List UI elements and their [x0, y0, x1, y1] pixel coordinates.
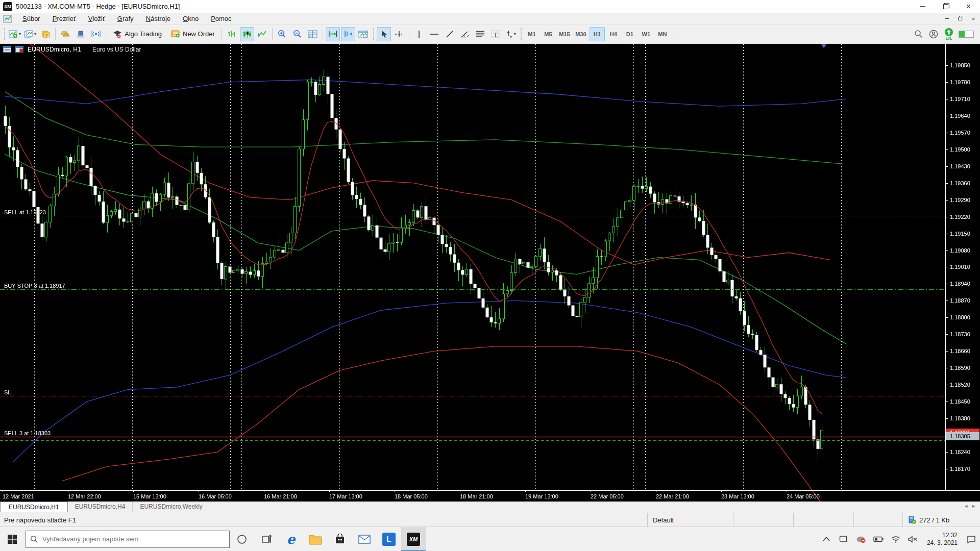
menu-grafy[interactable]: Grafy	[111, 14, 140, 23]
signals-button[interactable]	[89, 27, 103, 41]
taskbar-xm-button[interactable]: XM	[401, 527, 426, 551]
text-icon: T	[491, 30, 500, 38]
menu-vlozit[interactable]: Vložiť	[82, 14, 111, 23]
task-view-button[interactable]	[254, 527, 279, 551]
tab-eurusdmicro-h4[interactable]: EURUSDmicro,H4	[68, 502, 133, 512]
text-button[interactable]: T	[488, 27, 503, 41]
tab-eurusdmicro-h1[interactable]: EURUSDmicro,H1	[0, 502, 68, 512]
algo-trading-button[interactable]: Algo Trading	[109, 27, 166, 41]
deposit-button[interactable]: $	[38, 27, 53, 41]
toolbar-drag-handle[interactable]	[4, 28, 5, 40]
taskbar-l-app-button[interactable]: L	[377, 527, 401, 551]
chart-profiles-button[interactable]: ▾	[23, 27, 37, 41]
search-button[interactable]	[911, 27, 925, 41]
titlebar: XM 5002133 - XM.COM-MT5 - Hedge - [EURUS…	[0, 0, 980, 13]
tray-battery-button[interactable]	[870, 527, 887, 551]
taskbar-search-input[interactable]	[42, 535, 211, 543]
action-center-button[interactable]	[963, 527, 980, 551]
taskbar-search[interactable]	[26, 531, 230, 548]
minimize-button[interactable]	[911, 0, 934, 13]
minimize-icon	[920, 6, 925, 7]
new-order-button[interactable]: New Order	[167, 27, 219, 41]
toolbar-separator	[323, 28, 323, 40]
horizontal-line-button[interactable]	[427, 27, 442, 41]
timeframe-mn-button[interactable]: MN	[655, 27, 670, 41]
timeframe-m1-button[interactable]: M1	[524, 27, 540, 41]
arrows-button[interactable]: ▾	[504, 27, 518, 41]
tray-wifi-button[interactable]	[887, 527, 904, 551]
timeframe-w1-button[interactable]: W1	[639, 27, 654, 41]
toolbar: ▾ ▾ $ Algo Trading New Order	[0, 25, 980, 44]
crosshair-button[interactable]	[392, 27, 406, 41]
file-explorer-icon	[309, 534, 322, 545]
arrange-windows-button[interactable]	[306, 27, 320, 41]
loyalty-level-button[interactable]: LVL	[944, 28, 953, 40]
mt5-window: XM 5002133 - XM.COM-MT5 - Hedge - [EURUS…	[0, 0, 980, 551]
mail-icon	[358, 535, 371, 544]
cursor-button[interactable]	[377, 27, 391, 41]
account-button[interactable]	[926, 27, 941, 41]
line-chart-button[interactable]	[255, 27, 270, 41]
chart-window-button[interactable]	[356, 27, 371, 41]
trendline-angle-button[interactable]	[458, 27, 472, 41]
menu-pomoc[interactable]: Pomoc	[205, 14, 237, 23]
toolbar-separator	[55, 28, 56, 40]
trendline-button[interactable]	[443, 27, 457, 41]
toolbar-drag-handle[interactable]	[521, 28, 522, 40]
vertical-line-button[interactable]	[412, 27, 426, 41]
gold-ingot-icon	[60, 30, 70, 38]
auto-scroll-button[interactable]	[326, 27, 340, 41]
status-traffic: 272 / 1 Kb	[902, 513, 980, 527]
start-button[interactable]	[0, 527, 24, 551]
community-button[interactable]	[74, 27, 88, 41]
tab-scroll-left-icon[interactable]: ◄	[964, 504, 968, 509]
chart-area: EURUSDmicro, H1 Euro vs US Dollar	[0, 44, 980, 501]
loyalty-gold-button[interactable]	[58, 27, 72, 41]
timeframe-h1-button[interactable]: H1	[590, 27, 605, 41]
price-chart[interactable]	[0, 44, 980, 502]
status-profile[interactable]: Default	[647, 513, 733, 527]
new-chart-button[interactable]: ▾	[8, 27, 22, 41]
fibonacci-button[interactable]	[473, 27, 487, 41]
toolbar-drag-handle[interactable]	[373, 28, 374, 40]
tray-chevron-button[interactable]	[818, 527, 835, 551]
menu-okno[interactable]: Okno	[177, 14, 205, 23]
candlestick-chart-button[interactable]	[240, 27, 254, 41]
status-segment	[853, 513, 902, 527]
fibonacci-icon	[476, 30, 485, 38]
zoom-out-button[interactable]	[290, 27, 305, 41]
horizontal-line-icon	[430, 31, 439, 38]
cortana-button[interactable]	[230, 527, 254, 551]
chart-shift-icon	[343, 30, 353, 38]
timeframe-h4-button[interactable]: H4	[606, 27, 621, 41]
tab-scroll-right-icon[interactable]: ►	[971, 504, 976, 509]
close-button[interactable]: ×	[957, 0, 980, 13]
taskbar-store-button[interactable]	[328, 527, 352, 551]
timeframe-m30-button[interactable]: M30	[573, 27, 589, 41]
child-close-button[interactable]: ×	[967, 14, 980, 24]
chart-shift-button[interactable]	[341, 27, 355, 41]
tray-display-button[interactable]	[835, 527, 852, 551]
tray-onedrive-button[interactable]	[852, 527, 870, 551]
taskbar-edge-button[interactable]: e	[279, 527, 303, 551]
taskbar-clock[interactable]: 12:32 24. 3. 2021	[922, 532, 963, 547]
menu-nastroje[interactable]: Nástroje	[140, 14, 177, 23]
child-minimize-button[interactable]	[940, 14, 953, 24]
bar-chart-button[interactable]	[225, 27, 239, 41]
timeframe-d1-button[interactable]: D1	[622, 27, 638, 41]
child-restore-icon	[958, 17, 962, 20]
timeframe-m15-button[interactable]: M15	[557, 27, 572, 41]
chart-document-icon[interactable]	[3, 15, 12, 23]
child-restore-button[interactable]	[953, 14, 967, 24]
status-help-text: Pre nápovedu stlačte F1	[0, 516, 647, 524]
taskbar-mail-button[interactable]	[352, 527, 377, 551]
tray-volume-button[interactable]	[904, 527, 922, 551]
menu-prezriet[interactable]: Prezrieť	[46, 14, 82, 23]
restore-button[interactable]	[934, 0, 957, 13]
menu-subor[interactable]: Súbor	[16, 14, 46, 23]
tab-eurusdmicro-weekly[interactable]: EURUSDmicro,Weekly	[133, 502, 210, 512]
zoom-in-button[interactable]	[275, 27, 289, 41]
timeframe-m5-button[interactable]: M5	[541, 27, 556, 41]
svg-text:$: $	[45, 33, 48, 37]
taskbar-explorer-button[interactable]	[303, 527, 328, 551]
